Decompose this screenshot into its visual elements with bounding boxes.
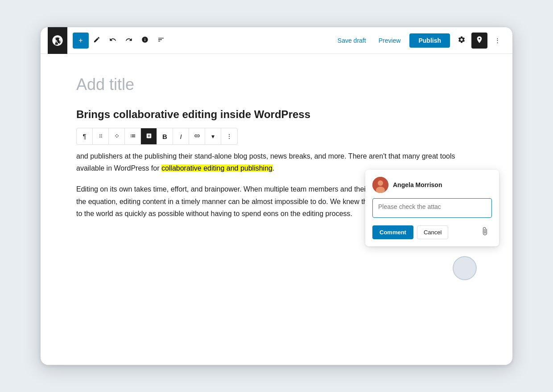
- more-options-button[interactable]: ⋮: [489, 33, 505, 49]
- svg-point-0: [99, 134, 100, 135]
- avatar-image: [372, 177, 388, 193]
- preview-button[interactable]: Preview: [373, 33, 406, 48]
- info-button[interactable]: [137, 33, 153, 49]
- settings-icon: [458, 36, 466, 45]
- undo-icon: [109, 36, 116, 45]
- add-block-inline-btn[interactable]: [141, 128, 157, 144]
- post-heading: Brings collaborative editing inside Word…: [76, 108, 477, 121]
- location-button[interactable]: [471, 33, 487, 49]
- post-title-placeholder[interactable]: Add title: [76, 75, 477, 94]
- comment-attach-button[interactable]: [478, 225, 492, 239]
- svg-point-3: [101, 135, 102, 136]
- undo-button[interactable]: [105, 33, 121, 49]
- options-btn[interactable]: ⋮: [221, 128, 237, 144]
- dropdown-icon: ▾: [211, 133, 215, 140]
- comment-submit-button[interactable]: Comment: [372, 225, 413, 239]
- options-icon: ⋮: [226, 133, 232, 140]
- redo-button[interactable]: [121, 33, 137, 49]
- link-btn[interactable]: [189, 128, 205, 144]
- wordpress-icon: [51, 34, 64, 47]
- comment-cancel-button[interactable]: Cancel: [417, 225, 448, 239]
- cursor-indicator: [453, 256, 477, 280]
- wp-logo: [48, 27, 67, 54]
- svg-point-4: [99, 137, 100, 138]
- bold-btn[interactable]: B: [157, 128, 173, 144]
- browser-window: +: [40, 27, 513, 365]
- location-icon: [475, 36, 483, 45]
- comment-popup: Angela Morrison Comment Cancel: [365, 170, 499, 246]
- comment-input[interactable]: [372, 198, 492, 218]
- format-toolbar: ¶ B: [76, 128, 238, 145]
- highlighted-text: collaborative editing and publishing: [161, 164, 272, 172]
- avatar: [372, 177, 388, 193]
- dropdown-btn[interactable]: ▾: [205, 128, 221, 144]
- attach-icon: [480, 227, 489, 238]
- add-block-button[interactable]: +: [73, 33, 89, 49]
- add-block-inline-icon: [146, 133, 152, 140]
- redo-icon: [125, 36, 132, 45]
- italic-btn[interactable]: I: [173, 128, 189, 144]
- drag-btn[interactable]: [93, 128, 109, 144]
- list-view-icon: [157, 36, 165, 45]
- arrows-icon: [114, 133, 120, 140]
- comment-action-buttons: Comment Cancel: [372, 225, 492, 239]
- align-icon: [130, 133, 136, 140]
- paragraph-btn[interactable]: ¶: [77, 128, 93, 144]
- svg-point-2: [99, 135, 100, 136]
- align-btn[interactable]: [125, 128, 141, 144]
- toolbar-left-group: +: [73, 33, 169, 49]
- svg-point-5: [101, 137, 102, 138]
- editor-toolbar: +: [41, 27, 512, 54]
- info-icon: [141, 36, 149, 45]
- bold-icon: B: [162, 133, 167, 140]
- save-draft-button[interactable]: Save draft: [332, 33, 371, 48]
- drag-icon: [98, 133, 104, 140]
- editor-area: Add title Brings collaborative editing i…: [41, 54, 512, 365]
- comment-user-info: Angela Morrison: [372, 177, 492, 193]
- list-view-button[interactable]: [153, 33, 169, 49]
- plus-icon: +: [78, 37, 83, 45]
- pen-button[interactable]: [89, 33, 105, 49]
- link-icon: [194, 133, 200, 140]
- svg-point-7: [378, 180, 383, 186]
- settings-button[interactable]: [454, 33, 470, 49]
- comment-username: Angela Morrison: [393, 181, 442, 188]
- publish-button[interactable]: Publish: [409, 33, 450, 48]
- arrows-btn[interactable]: [109, 128, 125, 144]
- pen-icon: [93, 36, 100, 45]
- paragraph-icon: ¶: [83, 133, 87, 140]
- more-icon: ⋮: [495, 37, 500, 44]
- italic-icon: I: [180, 133, 182, 140]
- svg-point-1: [101, 134, 102, 135]
